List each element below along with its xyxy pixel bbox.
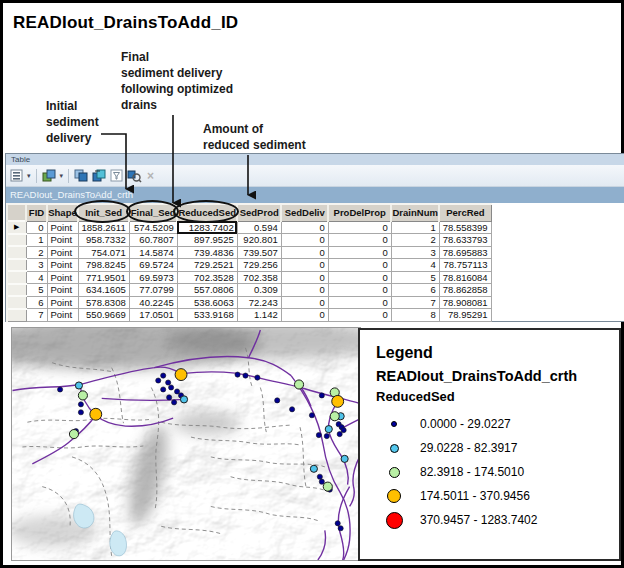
cell-prodelprop[interactable]: 0	[328, 284, 391, 297]
cell-percred[interactable]: 78.908081	[439, 296, 491, 309]
cell-final_sed[interactable]: 60.7807	[129, 234, 177, 247]
column-header-drainnum[interactable]: DrainNum	[391, 204, 439, 221]
row-selector[interactable]	[7, 234, 26, 247]
drain-point[interactable]	[330, 412, 339, 421]
cell-init_sed[interactable]: 550.9669	[78, 309, 129, 322]
cell-final_sed[interactable]: 69.5724	[129, 259, 177, 272]
drain-point[interactable]	[332, 395, 344, 407]
switch-selection-icon[interactable]	[92, 169, 107, 183]
table-row[interactable]: ▶0Point1858.2611574.52091283.74020.59400…	[7, 221, 491, 234]
column-header-shape[interactable]: Shape	[47, 204, 78, 221]
cell-seddeliv[interactable]: 0	[281, 284, 328, 297]
cell-shape[interactable]: Point	[47, 221, 78, 234]
drain-point[interactable]	[317, 474, 322, 479]
cell-sedprod[interactable]: 72.243	[237, 296, 281, 309]
clear-selection-icon[interactable]	[110, 169, 124, 183]
cell-final_sed[interactable]: 14.5874	[129, 246, 177, 259]
drain-point[interactable]	[166, 380, 171, 385]
row-selector[interactable]	[7, 284, 26, 297]
drain-point[interactable]	[310, 465, 317, 472]
table-tab-label[interactable]: READIout_DrainsToAdd_crth	[6, 187, 624, 203]
drain-point[interactable]	[324, 433, 329, 438]
cell-final_sed[interactable]: 17.0501	[129, 309, 177, 322]
drain-point[interactable]	[341, 428, 346, 433]
drain-point[interactable]	[172, 400, 177, 405]
drain-point[interactable]	[338, 526, 343, 531]
cell-drainnum[interactable]: 8	[391, 309, 439, 322]
select-by-attributes-icon[interactable]	[74, 169, 89, 183]
drain-point[interactable]	[156, 378, 161, 383]
cell-drainnum[interactable]: 2	[391, 234, 439, 247]
cell-final_sed[interactable]: 40.2245	[129, 296, 177, 309]
cell-fid[interactable]: 4	[26, 271, 47, 284]
cell-percred[interactable]: 78.633793	[439, 234, 491, 247]
table-options-icon[interactable]	[10, 169, 24, 183]
cell-init_sed[interactable]: 798.8245	[78, 259, 129, 272]
row-selector[interactable]	[7, 309, 26, 322]
drain-point[interactable]	[337, 432, 342, 437]
cell-fid[interactable]: 7	[26, 309, 47, 322]
cell-drainnum[interactable]: 5	[391, 271, 439, 284]
drain-point[interactable]	[243, 373, 248, 378]
column-header-fid[interactable]: FID	[26, 204, 47, 221]
cell-fid[interactable]: 0	[26, 221, 47, 234]
drain-point[interactable]	[309, 413, 314, 418]
drain-point[interactable]	[75, 382, 82, 389]
cell-prodelprop[interactable]: 0	[328, 246, 391, 259]
cell-reducedsed[interactable]: 557.0806	[177, 284, 237, 297]
cell-init_sed[interactable]: 771.9501	[78, 271, 129, 284]
related-tables-dropdown-icon[interactable]: ▾	[60, 172, 64, 180]
drain-point[interactable]	[335, 521, 340, 526]
cell-sedprod[interactable]: 920.801	[237, 234, 281, 247]
cell-sedprod[interactable]: 0.309	[237, 284, 281, 297]
drain-point[interactable]	[174, 389, 179, 394]
cell-percred[interactable]: 78.757113	[439, 259, 491, 272]
cell-shape[interactable]: Point	[47, 284, 78, 297]
cell-drainnum[interactable]: 6	[391, 284, 439, 297]
drain-point[interactable]	[90, 408, 102, 420]
drain-point[interactable]	[78, 391, 87, 400]
cell-init_sed[interactable]: 1858.2611	[78, 221, 129, 234]
drain-point[interactable]	[319, 393, 324, 398]
row-selector[interactable]	[7, 296, 26, 309]
cell-init_sed[interactable]: 578.8308	[78, 296, 129, 309]
cell-sedprod[interactable]: 702.358	[237, 271, 281, 284]
column-header-sedprod[interactable]: SedProd	[237, 204, 281, 221]
cell-sedprod[interactable]: 729.256	[237, 259, 281, 272]
cell-sedprod[interactable]: 739.507	[237, 246, 281, 259]
cell-prodelprop[interactable]: 0	[328, 234, 391, 247]
drain-point[interactable]	[175, 369, 187, 381]
cell-final_sed[interactable]: 69.5973	[129, 271, 177, 284]
table-row[interactable]: 1Point958.733260.7807897.9525920.8010027…	[7, 234, 491, 247]
cell-drainnum[interactable]: 7	[391, 296, 439, 309]
drain-point[interactable]	[325, 426, 332, 433]
cell-shape[interactable]: Point	[47, 259, 78, 272]
drain-point[interactable]	[78, 410, 83, 415]
table-options-dropdown-icon[interactable]: ▾	[27, 172, 31, 180]
cell-fid[interactable]: 5	[26, 284, 47, 297]
column-header-reducedsed[interactable]: ReducedSed	[177, 204, 237, 221]
cell-prodelprop[interactable]: 0	[328, 271, 391, 284]
table-row[interactable]: 3Point798.824569.5724729.2521729.2560047…	[7, 259, 491, 272]
row-selector[interactable]	[7, 259, 26, 272]
table-row[interactable]: 6Point578.830840.2245538.606372.24300778…	[7, 296, 491, 309]
drain-point[interactable]	[161, 387, 166, 392]
cell-fid[interactable]: 1	[26, 234, 47, 247]
cell-prodelprop[interactable]: 0	[328, 309, 391, 322]
table-row[interactable]: 2Point754.07114.5874739.4836739.50700378…	[7, 246, 491, 259]
cell-reducedsed[interactable]: 897.9525	[177, 234, 237, 247]
cell-reducedsed[interactable]: 739.4836	[177, 246, 237, 259]
cell-prodelprop[interactable]: 0	[328, 296, 391, 309]
drain-point[interactable]	[275, 398, 280, 403]
drain-point[interactable]	[78, 402, 83, 407]
cell-shape[interactable]: Point	[47, 234, 78, 247]
related-tables-icon[interactable]	[42, 169, 57, 183]
cell-seddeliv[interactable]: 0	[281, 221, 328, 234]
cell-drainnum[interactable]: 4	[391, 259, 439, 272]
cell-sedprod[interactable]: 1.142	[237, 309, 281, 322]
column-header-prodelprop[interactable]: ProDelProp	[328, 204, 391, 221]
row-selector-header[interactable]	[7, 204, 26, 221]
drain-point[interactable]	[161, 373, 166, 378]
cell-percred[interactable]: 78.95291	[439, 309, 491, 322]
drain-point[interactable]	[294, 380, 303, 389]
